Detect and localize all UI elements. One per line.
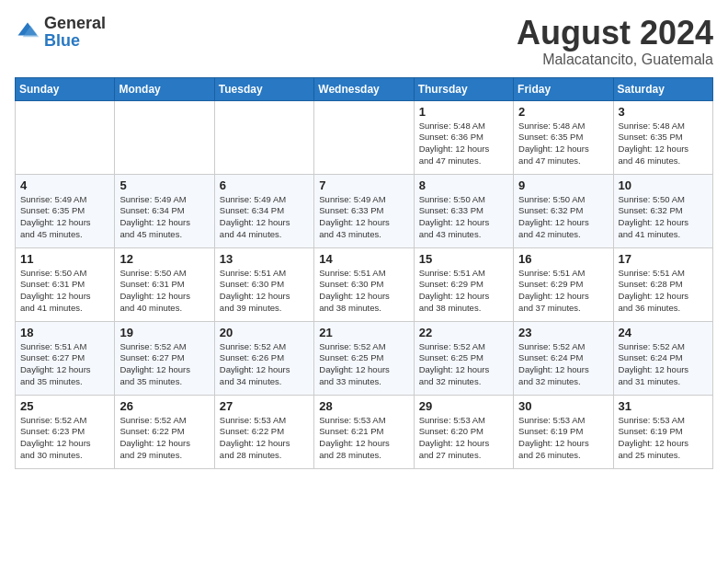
day-number: 12 — [119, 252, 209, 266]
day-detail: Sunrise: 5:51 AM Sunset: 6:29 PM Dayligh… — [518, 268, 608, 315]
calendar-day-header: Tuesday — [214, 77, 313, 100]
day-detail: Sunrise: 5:52 AM Sunset: 6:23 PM Dayligh… — [20, 415, 109, 462]
calendar-week-row: 11Sunrise: 5:50 AM Sunset: 6:31 PM Dayli… — [16, 247, 713, 321]
calendar-week-row: 4Sunrise: 5:49 AM Sunset: 6:35 PM Daylig… — [16, 174, 713, 247]
day-number: 3 — [619, 105, 708, 119]
calendar-day-header: Sunday — [16, 77, 115, 100]
day-number: 25 — [20, 399, 109, 413]
calendar-cell: 21Sunrise: 5:52 AM Sunset: 6:25 PM Dayli… — [314, 321, 414, 395]
calendar-cell: 10Sunrise: 5:50 AM Sunset: 6:32 PM Dayli… — [613, 174, 712, 247]
title-block: August 2024 Malacatancito, Guatemala — [517, 15, 713, 68]
day-detail: Sunrise: 5:50 AM Sunset: 6:31 PM Dayligh… — [119, 268, 209, 315]
day-detail: Sunrise: 5:50 AM Sunset: 6:32 PM Dayligh… — [518, 194, 608, 241]
day-number: 23 — [518, 326, 608, 339]
day-number: 19 — [119, 326, 209, 339]
day-detail: Sunrise: 5:53 AM Sunset: 6:22 PM Dayligh… — [220, 415, 309, 462]
day-detail: Sunrise: 5:51 AM Sunset: 6:27 PM Dayligh… — [20, 341, 109, 388]
day-number: 26 — [119, 399, 209, 413]
calendar-cell: 28Sunrise: 5:53 AM Sunset: 6:21 PM Dayli… — [314, 395, 414, 468]
calendar-week-row: 1Sunrise: 5:48 AM Sunset: 6:36 PM Daylig… — [16, 100, 713, 174]
calendar-cell: 14Sunrise: 5:51 AM Sunset: 6:30 PM Dayli… — [314, 247, 414, 321]
calendar-cell — [16, 100, 115, 174]
day-number: 27 — [220, 399, 309, 413]
day-detail: Sunrise: 5:52 AM Sunset: 6:24 PM Dayligh… — [619, 341, 708, 388]
day-detail: Sunrise: 5:51 AM Sunset: 6:28 PM Dayligh… — [619, 268, 708, 315]
day-number: 6 — [220, 178, 309, 192]
day-detail: Sunrise: 5:51 AM Sunset: 6:29 PM Dayligh… — [419, 268, 508, 315]
location-subtitle: Malacatancito, Guatemala — [517, 52, 713, 68]
calendar-cell: 9Sunrise: 5:50 AM Sunset: 6:32 PM Daylig… — [514, 174, 613, 247]
calendar-header-row: SundayMondayTuesdayWednesdayThursdayFrid… — [16, 77, 713, 100]
day-detail: Sunrise: 5:48 AM Sunset: 6:35 PM Dayligh… — [619, 121, 708, 167]
day-detail: Sunrise: 5:52 AM Sunset: 6:27 PM Dayligh… — [119, 341, 209, 388]
day-detail: Sunrise: 5:53 AM Sunset: 6:20 PM Dayligh… — [419, 415, 508, 462]
calendar-cell: 18Sunrise: 5:51 AM Sunset: 6:27 PM Dayli… — [16, 321, 115, 395]
day-detail: Sunrise: 5:53 AM Sunset: 6:19 PM Dayligh… — [619, 415, 708, 462]
day-number: 5 — [119, 178, 209, 192]
calendar-cell: 6Sunrise: 5:49 AM Sunset: 6:34 PM Daylig… — [214, 174, 313, 247]
calendar-cell: 27Sunrise: 5:53 AM Sunset: 6:22 PM Dayli… — [214, 395, 313, 468]
day-number: 13 — [220, 252, 309, 266]
calendar-week-row: 25Sunrise: 5:52 AM Sunset: 6:23 PM Dayli… — [16, 395, 713, 468]
day-number: 16 — [518, 252, 608, 266]
calendar-cell: 4Sunrise: 5:49 AM Sunset: 6:35 PM Daylig… — [16, 174, 115, 247]
calendar-cell: 12Sunrise: 5:50 AM Sunset: 6:31 PM Dayli… — [115, 247, 214, 321]
day-number: 7 — [319, 178, 408, 192]
calendar-cell: 31Sunrise: 5:53 AM Sunset: 6:19 PM Dayli… — [613, 395, 712, 468]
calendar-week-row: 18Sunrise: 5:51 AM Sunset: 6:27 PM Dayli… — [16, 321, 713, 395]
logo: General Blue — [15, 15, 106, 50]
calendar-cell — [214, 100, 313, 174]
day-detail: Sunrise: 5:52 AM Sunset: 6:25 PM Dayligh… — [419, 341, 508, 388]
calendar-cell — [115, 100, 214, 174]
calendar-cell: 2Sunrise: 5:48 AM Sunset: 6:35 PM Daylig… — [514, 100, 613, 174]
day-detail: Sunrise: 5:49 AM Sunset: 6:34 PM Dayligh… — [220, 194, 309, 241]
day-detail: Sunrise: 5:52 AM Sunset: 6:22 PM Dayligh… — [119, 415, 209, 462]
calendar-cell: 16Sunrise: 5:51 AM Sunset: 6:29 PM Dayli… — [514, 247, 613, 321]
day-number: 4 — [20, 178, 109, 192]
day-detail: Sunrise: 5:50 AM Sunset: 6:33 PM Dayligh… — [419, 194, 508, 241]
day-number: 18 — [20, 326, 109, 339]
day-detail: Sunrise: 5:52 AM Sunset: 6:26 PM Dayligh… — [220, 341, 309, 388]
calendar-cell: 26Sunrise: 5:52 AM Sunset: 6:22 PM Dayli… — [115, 395, 214, 468]
day-number: 30 — [518, 399, 608, 413]
day-number: 21 — [319, 326, 408, 339]
day-number: 10 — [619, 178, 708, 192]
day-detail: Sunrise: 5:53 AM Sunset: 6:21 PM Dayligh… — [319, 415, 408, 462]
day-detail: Sunrise: 5:53 AM Sunset: 6:19 PM Dayligh… — [518, 415, 608, 462]
logo-text: General Blue — [44, 15, 106, 50]
calendar-cell: 29Sunrise: 5:53 AM Sunset: 6:20 PM Dayli… — [414, 395, 513, 468]
logo-icon — [15, 19, 40, 45]
calendar-cell — [314, 100, 414, 174]
calendar-day-header: Monday — [115, 77, 214, 100]
day-detail: Sunrise: 5:50 AM Sunset: 6:31 PM Dayligh… — [20, 268, 109, 315]
calendar-cell: 19Sunrise: 5:52 AM Sunset: 6:27 PM Dayli… — [115, 321, 214, 395]
calendar-table: SundayMondayTuesdayWednesdayThursdayFrid… — [15, 77, 713, 469]
calendar-cell: 30Sunrise: 5:53 AM Sunset: 6:19 PM Dayli… — [514, 395, 613, 468]
day-number: 22 — [419, 326, 508, 339]
calendar-cell: 5Sunrise: 5:49 AM Sunset: 6:34 PM Daylig… — [115, 174, 214, 247]
logo-general: General — [44, 14, 106, 32]
day-detail: Sunrise: 5:51 AM Sunset: 6:30 PM Dayligh… — [220, 268, 309, 315]
month-year-title: August 2024 — [517, 15, 713, 52]
calendar-day-header: Saturday — [613, 77, 712, 100]
day-number: 14 — [319, 252, 408, 266]
page-header: General Blue August 2024 Malacatancito, … — [15, 15, 713, 68]
day-detail: Sunrise: 5:51 AM Sunset: 6:30 PM Dayligh… — [319, 268, 408, 315]
day-number: 9 — [518, 178, 608, 192]
day-number: 29 — [419, 399, 508, 413]
logo-blue: Blue — [44, 31, 80, 50]
day-number: 11 — [20, 252, 109, 266]
day-detail: Sunrise: 5:49 AM Sunset: 6:34 PM Dayligh… — [119, 194, 209, 241]
day-detail: Sunrise: 5:48 AM Sunset: 6:36 PM Dayligh… — [419, 121, 508, 167]
day-number: 28 — [319, 399, 408, 413]
day-number: 15 — [419, 252, 508, 266]
day-detail: Sunrise: 5:49 AM Sunset: 6:35 PM Dayligh… — [20, 194, 109, 241]
day-number: 20 — [220, 326, 309, 339]
day-detail: Sunrise: 5:50 AM Sunset: 6:32 PM Dayligh… — [619, 194, 708, 241]
day-number: 2 — [518, 105, 608, 119]
calendar-cell: 3Sunrise: 5:48 AM Sunset: 6:35 PM Daylig… — [613, 100, 712, 174]
day-detail: Sunrise: 5:49 AM Sunset: 6:33 PM Dayligh… — [319, 194, 408, 241]
calendar-cell: 20Sunrise: 5:52 AM Sunset: 6:26 PM Dayli… — [214, 321, 313, 395]
calendar-cell: 13Sunrise: 5:51 AM Sunset: 6:30 PM Dayli… — [214, 247, 313, 321]
calendar-cell: 8Sunrise: 5:50 AM Sunset: 6:33 PM Daylig… — [414, 174, 513, 247]
